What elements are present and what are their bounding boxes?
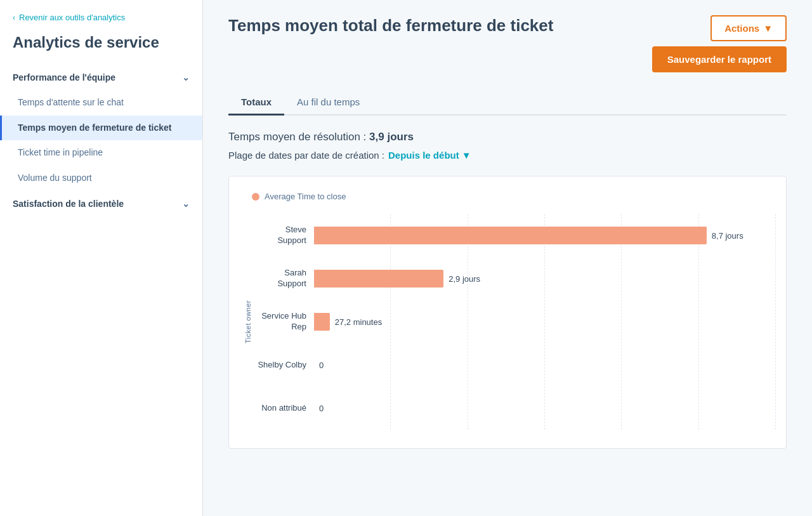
bar-row: Non attribué0 [257,387,776,430]
sidebar-section-team-performance: Performance de l'équipe ⌄ Temps d'attent… [0,65,202,190]
actions-dropdown-icon: ▼ [763,23,773,34]
chart-rows: Steve Support8,7 joursSarah Support2,9 j… [257,214,776,430]
sidebar-section-label-team: Performance de l'équipe [13,72,115,83]
legend-dot [252,193,259,201]
sidebar-item-avg-close[interactable]: Temps moyen de fermeture de ticket [0,116,202,141]
header-actions: Actions ▼ Sauvegarder le rapport [652,15,787,72]
bar-track: 0 [314,356,776,374]
bar-row: Sarah Support2,9 jours [257,257,776,300]
save-report-button[interactable]: Sauvegarder le rapport [652,46,787,72]
bar-track: 27,2 minutes [314,313,776,331]
sidebar-item-chat-wait[interactable]: Temps d'attente sur le chat [0,90,202,116]
bar-value: 27,2 minutes [335,317,382,327]
date-filter-value: Depuis le début [388,150,459,161]
main-header: Temps moyen total de fermeture de ticket… [228,15,787,72]
sidebar-section-header-satisfaction[interactable]: Satisfaction de la clientèle ⌄ [0,191,202,216]
bar-fill [314,270,443,288]
chevron-down-icon: ⌄ [182,72,190,83]
bar-track: 0 [314,399,776,417]
sidebar-title: Analytics de service [0,32,202,65]
sidebar-item-ticket-pipeline[interactable]: Ticket time in pipeline [0,140,202,166]
bar-label: Service Hub Rep [257,311,314,333]
bar-chart: Ticket owner Steve Support8,7 joursSarah… [239,214,776,430]
sidebar-item-support-volume[interactable]: Volume du support [0,166,202,191]
legend-label: Average Time to close [265,192,346,201]
bar-label: Shelby Colby [257,360,314,371]
bar-label: Non attribué [257,403,314,414]
bar-label: Steve Support [257,225,314,246]
date-filter-dropdown-icon: ▼ [462,150,471,161]
stat-line: Temps moyen de résolution : 3,9 jours [228,131,787,143]
bar-fill [314,227,707,244]
bar-value: 0 [319,361,324,370]
tab-over-time[interactable]: Au fil du temps [284,90,372,116]
actions-button[interactable]: Actions ▼ [710,15,787,41]
stat-label: Temps moyen de résolution : [228,131,366,143]
back-chevron-icon: ‹ [13,13,15,22]
y-axis-label: Ticket owner [244,300,252,343]
back-link[interactable]: ‹ Revenir aux outils d'analytics [0,13,202,32]
sidebar: ‹ Revenir aux outils d'analytics Analyti… [0,0,203,516]
back-link-label: Revenir aux outils d'analytics [19,13,125,22]
chevron-down-icon-2: ⌄ [182,199,190,209]
sidebar-section-satisfaction: Satisfaction de la clientèle ⌄ [0,191,202,216]
stat-value: 3,9 jours [369,131,414,143]
y-axis-container: Ticket owner [239,214,257,430]
bar-row: Steve Support8,7 jours [257,214,776,257]
chart-legend: Average Time to close [239,192,776,201]
sidebar-section-label-satisfaction: Satisfaction de la clientèle [13,199,124,209]
actions-label: Actions [724,23,759,34]
bar-value: 8,7 jours [712,231,743,241]
chart-inner: Steve Support8,7 joursSarah Support2,9 j… [257,214,776,430]
bar-fill [314,313,330,331]
bar-label: Sarah Support [257,268,314,289]
bar-row: Shelby Colby0 [257,343,776,387]
main-content: Temps moyen total de fermeture de ticket… [203,0,812,516]
bar-track: 8,7 jours [314,227,776,244]
bar-value: 0 [319,404,324,413]
page-title: Temps moyen total de fermeture de ticket [228,15,553,37]
tab-totals[interactable]: Totaux [228,90,284,116]
bar-track: 2,9 jours [314,270,776,288]
date-filter-line: Plage de dates par date de création : De… [228,150,787,161]
date-filter-label: Plage de dates par date de création : [228,150,384,161]
bar-value: 2,9 jours [449,274,480,284]
bar-row: Service Hub Rep27,2 minutes [257,300,776,343]
tabs: Totaux Au fil du temps [228,90,787,116]
chart-container: Average Time to close Ticket owner [228,176,787,449]
sidebar-section-header-team[interactable]: Performance de l'équipe ⌄ [0,65,202,90]
date-filter-link[interactable]: Depuis le début ▼ [388,150,471,161]
